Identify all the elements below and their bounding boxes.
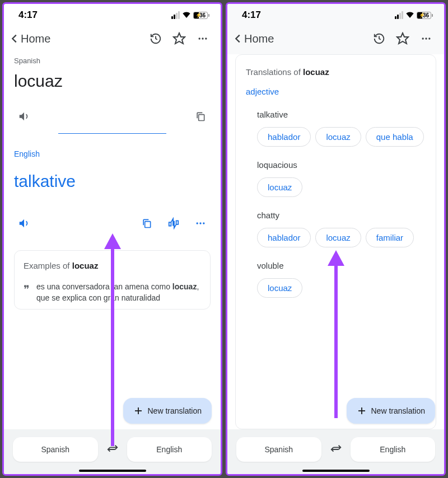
target-lang-button[interactable]: English: [127, 437, 212, 462]
svg-rect-4: [199, 115, 204, 121]
svg-point-3: [205, 38, 207, 39]
examples-title: Examples of locuaz: [24, 261, 201, 270]
source-lang-button[interactable]: Spanish: [236, 437, 321, 462]
status-bar: 4:17 ⚡36: [4, 4, 221, 23]
svg-point-16: [428, 38, 430, 39]
status-right: ⚡36: [395, 11, 433, 20]
copy-target-icon[interactable]: [137, 213, 157, 233]
group-label: talkative: [257, 110, 426, 119]
nav-bar: Home: [4, 23, 221, 54]
swap-icon[interactable]: [104, 443, 122, 456]
home-button[interactable]: Home: [232, 32, 274, 45]
translation-chip[interactable]: hablador: [257, 127, 311, 147]
fab-label: New translation: [371, 406, 426, 415]
svg-point-8: [203, 222, 204, 224]
wifi-icon: [182, 11, 191, 20]
star-icon[interactable]: [169, 29, 189, 49]
status-right: ⚡36: [171, 11, 209, 20]
new-translation-button[interactable]: New translation: [347, 398, 436, 424]
translation-chip[interactable]: que habla: [366, 127, 424, 147]
translation-chip[interactable]: hablador: [257, 228, 311, 247]
translation-group: chatty hablador locuaz familiar: [257, 210, 426, 247]
source-word: locuaz: [14, 72, 211, 91]
svg-point-15: [425, 38, 427, 39]
svg-point-6: [197, 222, 198, 224]
language-bar: Spanish English: [4, 429, 221, 474]
home-button[interactable]: Home: [8, 32, 50, 45]
svg-rect-5: [145, 222, 151, 228]
battery-icon: ⚡36: [417, 12, 433, 19]
speak-target-icon[interactable]: [14, 213, 34, 233]
fab-label: New translation: [148, 406, 202, 415]
translation-chip[interactable]: locuaz: [257, 177, 302, 197]
home-indicator: [79, 470, 146, 472]
history-icon[interactable]: [369, 29, 389, 49]
nav-bar: Home: [227, 23, 444, 54]
signal-icon: [395, 11, 403, 19]
target-lang-button[interactable]: English: [351, 437, 436, 462]
translation-group: talkative hablador locuaz que habla: [257, 110, 426, 147]
svg-point-1: [199, 38, 200, 39]
status-time: 4:17: [18, 10, 38, 21]
quote-icon: ❞: [24, 282, 30, 303]
part-of-speech: adjective: [246, 87, 426, 96]
svg-point-2: [202, 38, 203, 39]
translation-group: loquacious locuaz: [257, 160, 426, 197]
history-icon[interactable]: [146, 29, 166, 49]
source-lang-label: Spanish: [14, 57, 211, 65]
battery-icon: ⚡36: [193, 12, 209, 19]
group-label: loquacious: [257, 160, 426, 170]
signal-icon: [171, 11, 180, 19]
examples-card: Examples of locuaz ❞ es una conversadora…: [14, 250, 211, 310]
more-icon[interactable]: [193, 29, 213, 49]
language-bar: Spanish English: [227, 429, 444, 474]
translation-chip[interactable]: locuaz: [315, 228, 361, 247]
feedback-icon[interactable]: [164, 213, 184, 233]
status-time: 4:17: [242, 10, 261, 21]
group-label: voluble: [257, 261, 426, 270]
target-word: talkative: [14, 172, 211, 191]
translation-chip[interactable]: familiar: [366, 228, 414, 247]
main-content: Translations of locuaz adjective talkati…: [227, 54, 444, 429]
translation-chip[interactable]: locuaz: [257, 278, 302, 298]
divider: [58, 133, 166, 134]
status-bar: 4:17 ⚡36: [227, 4, 444, 23]
phone-left: 4:17 ⚡36 Home Spanish locuaz English tal…: [2, 2, 222, 476]
more-target-icon[interactable]: [190, 213, 211, 233]
example-row: ❞ es una conversadora tan amena como loc…: [24, 282, 201, 303]
svg-point-7: [199, 222, 201, 224]
speak-source-icon[interactable]: [14, 106, 34, 126]
main-content: Spanish locuaz English talkative Example…: [4, 54, 221, 429]
new-translation-button[interactable]: New translation: [123, 398, 212, 424]
swap-icon[interactable]: [327, 443, 345, 456]
source-lang-button[interactable]: Spanish: [13, 437, 98, 462]
home-indicator: [302, 470, 370, 472]
home-label: Home: [244, 32, 274, 45]
group-label: chatty: [257, 210, 426, 220]
svg-marker-13: [397, 33, 408, 44]
wifi-icon: [405, 11, 414, 20]
example-text: es una conversadora tan amena como locua…: [36, 282, 201, 303]
translation-chip[interactable]: locuaz: [315, 127, 361, 147]
copy-source-icon[interactable]: [190, 106, 211, 126]
more-icon[interactable]: [416, 29, 436, 49]
svg-point-14: [422, 38, 424, 39]
star-icon[interactable]: [393, 29, 413, 49]
phone-right: 4:17 ⚡36 Home Translations of locuaz adj…: [226, 2, 446, 476]
target-lang-label: English: [14, 149, 211, 158]
translation-group: voluble locuaz: [257, 261, 426, 298]
translations-card: Translations of locuaz adjective talkati…: [235, 54, 436, 429]
home-label: Home: [21, 32, 50, 45]
svg-marker-0: [174, 33, 185, 44]
translations-title: Translations of locuaz: [246, 67, 426, 77]
